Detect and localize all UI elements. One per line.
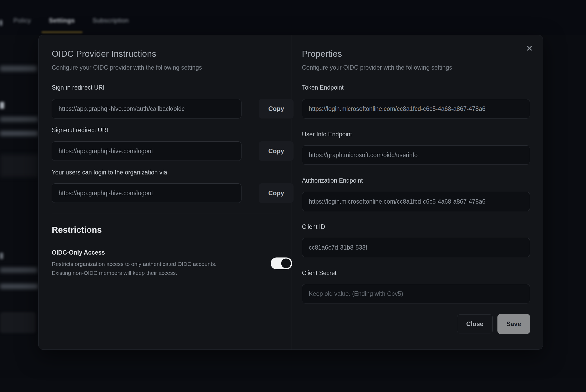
signin-redirect-uri-input[interactable] [52, 99, 241, 118]
tab-policy: Policy [13, 17, 31, 24]
oidc-only-access-description-line1: Restricts organization access to only au… [52, 260, 217, 269]
restrictions-title: Restrictions [52, 225, 102, 235]
token-endpoint-input[interactable] [302, 99, 530, 118]
properties-title: Properties [302, 49, 342, 59]
oidc-only-access-description-line2: Existing non-OIDC members will keep thei… [52, 269, 177, 277]
tab-subscription: Subscription [92, 17, 129, 24]
top-nav-band [0, 0, 586, 35]
signout-redirect-uri-label: Sign-out redirect URI [52, 127, 108, 134]
blurred-icon [0, 102, 4, 109]
oidc-settings-modal: ✕ OIDC Provider Instructions Configure y… [38, 35, 543, 350]
copy-login-via-button[interactable]: Copy [259, 183, 294, 203]
signin-redirect-uri-label: Sign-in redirect URI [52, 84, 105, 91]
client-id-input[interactable] [302, 238, 530, 257]
active-tab-indicator [42, 31, 83, 33]
oidc-only-access-label: OIDC-Only Access [52, 249, 105, 256]
login-via-label: Your users can login to the organization… [52, 169, 167, 176]
properties-subtitle: Configure your OIDC provider with the fo… [302, 64, 452, 71]
blurred-fragment [0, 20, 2, 26]
blurred-text-line [0, 66, 37, 71]
client-secret-label: Client Secret [302, 270, 337, 277]
oidc-only-access-toggle[interactable] [271, 257, 292, 269]
authorization-endpoint-label: Authorization Endpoint [302, 177, 363, 184]
instructions-subtitle: Configure your OIDC provider with the fo… [52, 64, 202, 71]
user-info-endpoint-input[interactable] [302, 145, 530, 165]
user-info-endpoint-label: User Info Endpoint [302, 131, 352, 138]
blurred-fragment [0, 253, 3, 259]
instructions-title: OIDC Provider Instructions [52, 49, 156, 59]
blurred-text-line [0, 267, 37, 273]
copy-signin-uri-button[interactable]: Copy [259, 99, 294, 118]
bottom-band [0, 370, 586, 378]
toggle-thumb [281, 259, 291, 268]
tab-settings: Settings [49, 17, 75, 24]
close-icon[interactable]: ✕ [524, 43, 535, 54]
close-button[interactable]: Close [457, 314, 493, 333]
blurred-text-line [0, 284, 38, 289]
token-endpoint-label: Token Endpoint [302, 84, 344, 91]
client-secret-input[interactable] [302, 284, 530, 303]
signout-redirect-uri-input[interactable] [52, 141, 241, 161]
blurred-button [0, 312, 36, 333]
login-via-input[interactable] [52, 183, 241, 203]
blurred-panel [0, 154, 39, 177]
copy-signout-uri-button[interactable]: Copy [259, 141, 294, 161]
client-id-label: Client ID [302, 223, 325, 230]
authorization-endpoint-input[interactable] [302, 192, 530, 211]
blurred-text-line [0, 117, 38, 122]
section-divider [52, 214, 280, 214]
blurred-text-line [0, 131, 38, 136]
save-button[interactable]: Save [497, 314, 530, 334]
